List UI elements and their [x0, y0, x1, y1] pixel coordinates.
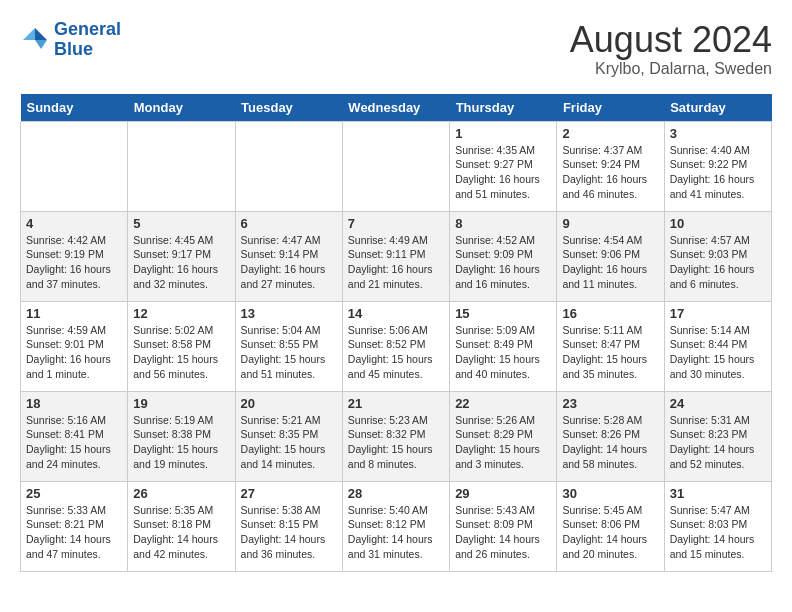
cell-content: Sunrise: 4:40 AM Sunset: 9:22 PM Dayligh…: [670, 143, 766, 202]
day-number: 30: [562, 486, 658, 501]
logo-icon: [20, 25, 50, 55]
day-number: 11: [26, 306, 122, 321]
calendar-cell: 28Sunrise: 5:40 AM Sunset: 8:12 PM Dayli…: [342, 481, 449, 571]
title-block: August 2024 Krylbo, Dalarna, Sweden: [570, 20, 772, 78]
calendar-cell: 9Sunrise: 4:54 AM Sunset: 9:06 PM Daylig…: [557, 211, 664, 301]
day-number: 23: [562, 396, 658, 411]
day-number: 13: [241, 306, 337, 321]
calendar-cell: 21Sunrise: 5:23 AM Sunset: 8:32 PM Dayli…: [342, 391, 449, 481]
cell-content: Sunrise: 5:33 AM Sunset: 8:21 PM Dayligh…: [26, 503, 122, 562]
svg-marker-2: [23, 28, 35, 40]
day-header-wednesday: Wednesday: [342, 94, 449, 122]
week-row-3: 11Sunrise: 4:59 AM Sunset: 9:01 PM Dayli…: [21, 301, 772, 391]
calendar-table: SundayMondayTuesdayWednesdayThursdayFrid…: [20, 94, 772, 572]
day-number: 4: [26, 216, 122, 231]
cell-content: Sunrise: 5:19 AM Sunset: 8:38 PM Dayligh…: [133, 413, 229, 472]
calendar-cell: 14Sunrise: 5:06 AM Sunset: 8:52 PM Dayli…: [342, 301, 449, 391]
calendar-cell: 20Sunrise: 5:21 AM Sunset: 8:35 PM Dayli…: [235, 391, 342, 481]
calendar-cell: 25Sunrise: 5:33 AM Sunset: 8:21 PM Dayli…: [21, 481, 128, 571]
week-row-2: 4Sunrise: 4:42 AM Sunset: 9:19 PM Daylig…: [21, 211, 772, 301]
day-number: 17: [670, 306, 766, 321]
svg-marker-0: [35, 28, 47, 40]
day-number: 5: [133, 216, 229, 231]
cell-content: Sunrise: 4:42 AM Sunset: 9:19 PM Dayligh…: [26, 233, 122, 292]
calendar-cell: 17Sunrise: 5:14 AM Sunset: 8:44 PM Dayli…: [664, 301, 771, 391]
day-header-sunday: Sunday: [21, 94, 128, 122]
day-header-friday: Friday: [557, 94, 664, 122]
cell-content: Sunrise: 5:11 AM Sunset: 8:47 PM Dayligh…: [562, 323, 658, 382]
calendar-cell: 31Sunrise: 5:47 AM Sunset: 8:03 PM Dayli…: [664, 481, 771, 571]
day-number: 2: [562, 126, 658, 141]
cell-content: Sunrise: 4:57 AM Sunset: 9:03 PM Dayligh…: [670, 233, 766, 292]
day-number: 19: [133, 396, 229, 411]
calendar-cell: 2Sunrise: 4:37 AM Sunset: 9:24 PM Daylig…: [557, 121, 664, 211]
calendar-cell: 10Sunrise: 4:57 AM Sunset: 9:03 PM Dayli…: [664, 211, 771, 301]
day-number: 1: [455, 126, 551, 141]
cell-content: Sunrise: 4:49 AM Sunset: 9:11 PM Dayligh…: [348, 233, 444, 292]
day-number: 21: [348, 396, 444, 411]
cell-content: Sunrise: 4:59 AM Sunset: 9:01 PM Dayligh…: [26, 323, 122, 382]
cell-content: Sunrise: 4:37 AM Sunset: 9:24 PM Dayligh…: [562, 143, 658, 202]
cell-content: Sunrise: 5:26 AM Sunset: 8:29 PM Dayligh…: [455, 413, 551, 472]
calendar-cell: 27Sunrise: 5:38 AM Sunset: 8:15 PM Dayli…: [235, 481, 342, 571]
calendar-cell: 29Sunrise: 5:43 AM Sunset: 8:09 PM Dayli…: [450, 481, 557, 571]
cell-content: Sunrise: 4:45 AM Sunset: 9:17 PM Dayligh…: [133, 233, 229, 292]
cell-content: Sunrise: 5:47 AM Sunset: 8:03 PM Dayligh…: [670, 503, 766, 562]
day-header-tuesday: Tuesday: [235, 94, 342, 122]
cell-content: Sunrise: 5:09 AM Sunset: 8:49 PM Dayligh…: [455, 323, 551, 382]
week-row-5: 25Sunrise: 5:33 AM Sunset: 8:21 PM Dayli…: [21, 481, 772, 571]
calendar-cell: [342, 121, 449, 211]
day-header-monday: Monday: [128, 94, 235, 122]
calendar-cell: 16Sunrise: 5:11 AM Sunset: 8:47 PM Dayli…: [557, 301, 664, 391]
day-number: 28: [348, 486, 444, 501]
day-number: 15: [455, 306, 551, 321]
cell-content: Sunrise: 4:47 AM Sunset: 9:14 PM Dayligh…: [241, 233, 337, 292]
day-number: 24: [670, 396, 766, 411]
day-number: 12: [133, 306, 229, 321]
cell-content: Sunrise: 5:28 AM Sunset: 8:26 PM Dayligh…: [562, 413, 658, 472]
calendar-cell: [128, 121, 235, 211]
cell-content: Sunrise: 5:43 AM Sunset: 8:09 PM Dayligh…: [455, 503, 551, 562]
day-number: 20: [241, 396, 337, 411]
calendar-cell: 23Sunrise: 5:28 AM Sunset: 8:26 PM Dayli…: [557, 391, 664, 481]
day-number: 22: [455, 396, 551, 411]
day-number: 16: [562, 306, 658, 321]
header-row: SundayMondayTuesdayWednesdayThursdayFrid…: [21, 94, 772, 122]
svg-marker-1: [35, 40, 47, 49]
calendar-cell: 11Sunrise: 4:59 AM Sunset: 9:01 PM Dayli…: [21, 301, 128, 391]
day-number: 8: [455, 216, 551, 231]
day-number: 31: [670, 486, 766, 501]
calendar-cell: 26Sunrise: 5:35 AM Sunset: 8:18 PM Dayli…: [128, 481, 235, 571]
logo-line1: General: [54, 19, 121, 39]
day-number: 3: [670, 126, 766, 141]
calendar-cell: 4Sunrise: 4:42 AM Sunset: 9:19 PM Daylig…: [21, 211, 128, 301]
day-header-saturday: Saturday: [664, 94, 771, 122]
day-number: 7: [348, 216, 444, 231]
cell-content: Sunrise: 5:38 AM Sunset: 8:15 PM Dayligh…: [241, 503, 337, 562]
cell-content: Sunrise: 5:23 AM Sunset: 8:32 PM Dayligh…: [348, 413, 444, 472]
calendar-cell: 1Sunrise: 4:35 AM Sunset: 9:27 PM Daylig…: [450, 121, 557, 211]
cell-content: Sunrise: 5:40 AM Sunset: 8:12 PM Dayligh…: [348, 503, 444, 562]
cell-content: Sunrise: 5:06 AM Sunset: 8:52 PM Dayligh…: [348, 323, 444, 382]
cell-content: Sunrise: 5:16 AM Sunset: 8:41 PM Dayligh…: [26, 413, 122, 472]
calendar-cell: 18Sunrise: 5:16 AM Sunset: 8:41 PM Dayli…: [21, 391, 128, 481]
week-row-1: 1Sunrise: 4:35 AM Sunset: 9:27 PM Daylig…: [21, 121, 772, 211]
calendar-cell: 5Sunrise: 4:45 AM Sunset: 9:17 PM Daylig…: [128, 211, 235, 301]
day-header-thursday: Thursday: [450, 94, 557, 122]
calendar-cell: 6Sunrise: 4:47 AM Sunset: 9:14 PM Daylig…: [235, 211, 342, 301]
calendar-cell: [21, 121, 128, 211]
month-year: August 2024: [570, 20, 772, 60]
day-number: 14: [348, 306, 444, 321]
calendar-cell: 13Sunrise: 5:04 AM Sunset: 8:55 PM Dayli…: [235, 301, 342, 391]
cell-content: Sunrise: 5:31 AM Sunset: 8:23 PM Dayligh…: [670, 413, 766, 472]
day-number: 18: [26, 396, 122, 411]
cell-content: Sunrise: 5:45 AM Sunset: 8:06 PM Dayligh…: [562, 503, 658, 562]
cell-content: Sunrise: 5:21 AM Sunset: 8:35 PM Dayligh…: [241, 413, 337, 472]
logo: General Blue: [20, 20, 121, 60]
calendar-cell: 7Sunrise: 4:49 AM Sunset: 9:11 PM Daylig…: [342, 211, 449, 301]
cell-content: Sunrise: 4:52 AM Sunset: 9:09 PM Dayligh…: [455, 233, 551, 292]
calendar-cell: 8Sunrise: 4:52 AM Sunset: 9:09 PM Daylig…: [450, 211, 557, 301]
cell-content: Sunrise: 5:35 AM Sunset: 8:18 PM Dayligh…: [133, 503, 229, 562]
cell-content: Sunrise: 5:04 AM Sunset: 8:55 PM Dayligh…: [241, 323, 337, 382]
location: Krylbo, Dalarna, Sweden: [570, 60, 772, 78]
